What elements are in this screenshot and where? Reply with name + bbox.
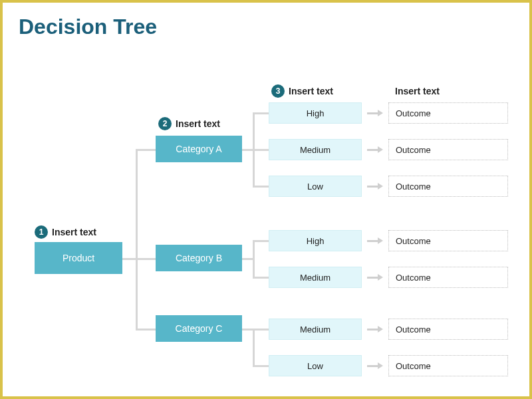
level-2-label: Insert text — [176, 118, 220, 129]
level-1-number: 1 — [35, 225, 48, 239]
level-3-number: 3 — [271, 84, 285, 98]
leaf-high-a: High — [269, 102, 362, 124]
level-3-label: Insert text — [289, 86, 333, 96]
outcome-header: Insert text — [395, 86, 440, 96]
leaf-medium-a: Medium — [269, 139, 362, 160]
arrow-icon — [367, 183, 383, 190]
outcome-4: Outcome — [388, 267, 508, 288]
arrow-icon — [367, 146, 383, 153]
level-1-badge: 1 Insert text — [35, 225, 96, 239]
arrow-icon — [367, 274, 383, 281]
leaf-high-b: High — [269, 230, 362, 251]
leaf-low-a: Low — [269, 176, 362, 197]
category-b-node: Category B — [156, 245, 242, 271]
outcome-0: Outcome — [388, 102, 508, 124]
level-3-badge: 3 Insert text — [271, 84, 333, 98]
level-1-label: Insert text — [52, 227, 96, 237]
arrow-icon — [367, 362, 383, 369]
leaf-medium-b: Medium — [269, 267, 362, 288]
arrow-icon — [367, 237, 383, 244]
outcome-6: Outcome — [388, 355, 508, 376]
level-2-number: 2 — [158, 117, 172, 130]
category-c-node: Category C — [156, 315, 242, 342]
arrow-icon — [367, 110, 383, 116]
outcome-5: Outcome — [388, 319, 508, 340]
arrow-icon — [367, 326, 383, 332]
category-a-node: Category A — [156, 136, 242, 162]
root-node: Product — [35, 242, 122, 274]
leaf-low-c: Low — [269, 355, 362, 376]
diagram-canvas: 1 Insert text 2 Insert text 3 Insert tex… — [3, 3, 532, 399]
outcome-1: Outcome — [388, 139, 508, 160]
outcome-3: Outcome — [388, 230, 508, 251]
leaf-medium-c: Medium — [269, 319, 362, 340]
outcome-2: Outcome — [388, 176, 508, 197]
level-2-badge: 2 Insert text — [158, 117, 220, 130]
